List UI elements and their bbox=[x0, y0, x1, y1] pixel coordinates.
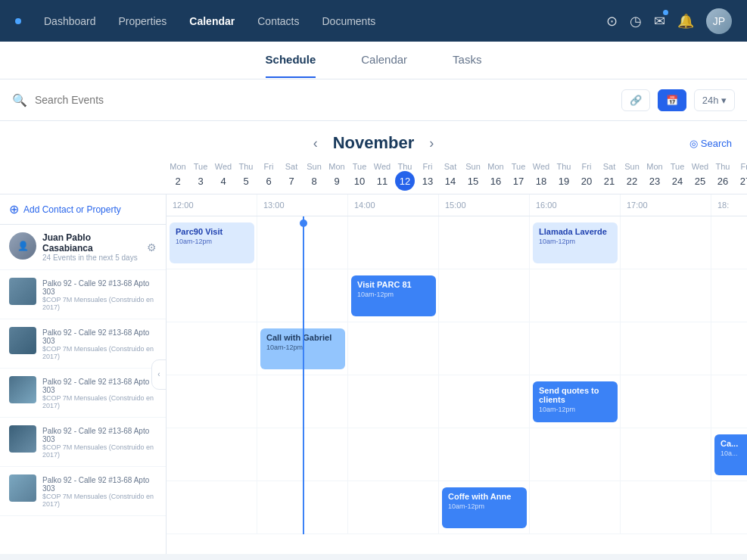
event-time: 10am-12pm bbox=[176, 238, 248, 245]
day-col-8[interactable]: Sun 8 bbox=[303, 159, 325, 194]
day-col-4[interactable]: Wed 4 bbox=[212, 159, 235, 194]
day-name: Wed bbox=[213, 162, 233, 171]
day-col-17[interactable]: Tue 17 bbox=[507, 159, 530, 194]
day-col-18[interactable]: Wed 18 bbox=[530, 159, 552, 194]
event-card-0[interactable]: Parc90 Visit 10am-12pm bbox=[170, 222, 254, 263]
contact-row-0[interactable]: 👤 Juan Pablo Casabianca 24 Events in the… bbox=[0, 225, 166, 270]
day-col-16[interactable]: Mon 16 bbox=[484, 159, 507, 194]
row-cells-3 bbox=[167, 375, 747, 428]
avatar[interactable]: JP bbox=[706, 8, 732, 34]
timeline-row-1: Visit PARC 81 10am-12pm bbox=[167, 269, 747, 322]
prev-month-button[interactable]: ‹ bbox=[313, 135, 318, 151]
contact-row-4[interactable]: Palko 92 - Calle 92 #13-68 Apto 303 $COP… bbox=[0, 418, 166, 467]
day-name: Fri bbox=[736, 162, 747, 171]
next-month-button[interactable]: › bbox=[429, 135, 434, 151]
nav-properties[interactable]: Properties bbox=[119, 15, 167, 27]
day-col-20[interactable]: Fri 20 bbox=[575, 159, 598, 194]
time-format-button[interactable]: 24h ▾ bbox=[694, 89, 735, 111]
settings-icon[interactable]: ⚙ bbox=[147, 241, 157, 254]
contact-info: Juan Pablo Casabianca 24 Events in the n… bbox=[42, 232, 141, 262]
bell-icon[interactable]: 🔔 bbox=[677, 13, 694, 30]
day-col-26[interactable]: Thu 26 bbox=[711, 159, 734, 194]
day-num: 5 bbox=[236, 171, 256, 191]
event-card-5[interactable]: Ca... 10a... bbox=[714, 434, 747, 475]
row-cell-1-6 bbox=[711, 269, 747, 322]
row-cell-3-6 bbox=[711, 375, 747, 428]
day-col-22[interactable]: Sun 22 bbox=[621, 159, 643, 194]
day-col-9[interactable]: Mon 9 bbox=[325, 159, 348, 194]
contact-prop-sub: $COP 7M Mensuales (Construido en 2017) bbox=[42, 493, 157, 508]
cal-search-link[interactable]: ◎ Search bbox=[689, 138, 732, 149]
event-time: 10am-12pm bbox=[539, 238, 612, 245]
nav-calendar[interactable]: Calendar bbox=[189, 15, 235, 27]
row-cell-5-0 bbox=[167, 481, 257, 534]
day-col-2[interactable]: Mon 2 bbox=[167, 159, 189, 194]
day-col-25[interactable]: Wed 25 bbox=[689, 159, 711, 194]
day-col-5[interactable]: Thu 5 bbox=[235, 159, 257, 194]
contact-info: Palko 92 - Calle 92 #13-68 Apto 303 $COP… bbox=[42, 474, 157, 508]
timeline-row-4: Ca... 10a... bbox=[167, 428, 747, 481]
contact-row-1[interactable]: Palko 92 - Calle 92 #13-68 Apto 303 $COP… bbox=[0, 270, 166, 319]
nav-contacts[interactable]: Contacts bbox=[257, 15, 299, 27]
left-panel: ⊕ Add Contact or Property 👤 Juan Pablo C… bbox=[0, 194, 167, 554]
add-contact-row[interactable]: ⊕ Add Contact or Property bbox=[0, 194, 166, 225]
day-name: Wed bbox=[690, 162, 710, 171]
contact-row-3[interactable]: Palko 92 - Calle 92 #13-68 Apto 303 $COP… bbox=[0, 369, 166, 418]
day-col-10[interactable]: Tue 10 bbox=[348, 159, 371, 194]
schedule-area: ⊕ Add Contact or Property 👤 Juan Pablo C… bbox=[0, 194, 747, 554]
row-cell-3-3 bbox=[439, 375, 530, 428]
day-col-6[interactable]: Fri 6 bbox=[257, 159, 280, 194]
timeline-area[interactable]: 12:0013:0014:0015:0016:0017:0018: Parc90… bbox=[167, 194, 747, 554]
contact-row-2[interactable]: Palko 92 - Calle 92 #13-68 Apto 303 $COP… bbox=[0, 319, 166, 369]
contact-property-name: Palko 92 - Calle 92 #13-68 Apto 303 bbox=[42, 328, 157, 345]
tab-tasks[interactable]: Tasks bbox=[453, 42, 481, 78]
day-name: Sun bbox=[622, 162, 642, 171]
nav-dashboard[interactable]: Dashboard bbox=[44, 15, 96, 27]
contact-info: Palko 92 - Calle 92 #13-68 Apto 303 $COP… bbox=[42, 278, 157, 311]
day-col-3[interactable]: Tue 3 bbox=[189, 159, 212, 194]
day-name: Sun bbox=[304, 162, 324, 171]
clock-icon[interactable]: ◷ bbox=[630, 13, 642, 30]
day-col-23[interactable]: Mon 23 bbox=[643, 159, 666, 194]
day-col-7[interactable]: Sat 7 bbox=[280, 159, 303, 194]
day-num: 8 bbox=[304, 171, 324, 191]
day-col-15[interactable]: Sun 15 bbox=[462, 159, 484, 194]
tab-schedule[interactable]: Schedule bbox=[266, 42, 316, 78]
event-card-4[interactable]: Send quotes to clients 10am-12pm bbox=[533, 381, 618, 422]
time-slot-16:00: 16:00 bbox=[530, 194, 621, 216]
day-col-24[interactable]: Tue 24 bbox=[666, 159, 689, 194]
day-col-11[interactable]: Wed 11 bbox=[371, 159, 394, 194]
calendar-view-button[interactable]: 📅 bbox=[658, 89, 686, 111]
event-card-2[interactable]: Visit PARC 81 10am-12pm bbox=[351, 275, 436, 316]
search-input[interactable] bbox=[35, 94, 614, 106]
contact-avatar-img: 👤 bbox=[9, 232, 36, 260]
day-name: Fri bbox=[577, 162, 596, 171]
event-time: 10a... bbox=[721, 450, 747, 457]
day-col-14[interactable]: Sat 14 bbox=[439, 159, 462, 194]
day-col-27[interactable]: Fri 27 bbox=[734, 159, 747, 194]
row-cell-2-6 bbox=[711, 322, 747, 375]
link-button[interactable]: 🔗 bbox=[621, 89, 650, 111]
mail-icon[interactable]: ✉ bbox=[654, 13, 665, 30]
event-card-1[interactable]: Llamada Laverde 10am-12pm bbox=[533, 222, 618, 263]
row-cell-2-3 bbox=[439, 322, 530, 375]
row-cell-4-2 bbox=[348, 428, 439, 481]
day-col-21[interactable]: Sat 21 bbox=[598, 159, 621, 194]
day-col-13[interactable]: Fri 13 bbox=[416, 159, 439, 194]
row-cell-4-4 bbox=[530, 428, 621, 481]
day-num: 18 bbox=[531, 171, 551, 191]
day-name: Mon bbox=[327, 162, 347, 171]
contact-row-5[interactable]: Palko 92 - Calle 92 #13-68 Apto 303 $COP… bbox=[0, 467, 166, 516]
search-icon[interactable]: ⊙ bbox=[606, 13, 618, 30]
scroll-toggle[interactable]: ‹ bbox=[151, 359, 167, 390]
day-name: Thu bbox=[395, 162, 415, 171]
event-card-6[interactable]: Coffe with Anne 10am-12pm bbox=[442, 487, 527, 528]
day-col-19[interactable]: Thu 19 bbox=[552, 159, 575, 194]
time-slot-15:00: 15:00 bbox=[439, 194, 530, 216]
day-num: 13 bbox=[418, 171, 437, 191]
day-col-12[interactable]: Thu 12 bbox=[394, 159, 416, 194]
nav-documents[interactable]: Documents bbox=[322, 15, 375, 27]
tab-calendar[interactable]: Calendar bbox=[361, 42, 407, 78]
row-cell-0-2 bbox=[348, 216, 439, 269]
property-thumb bbox=[9, 327, 36, 354]
